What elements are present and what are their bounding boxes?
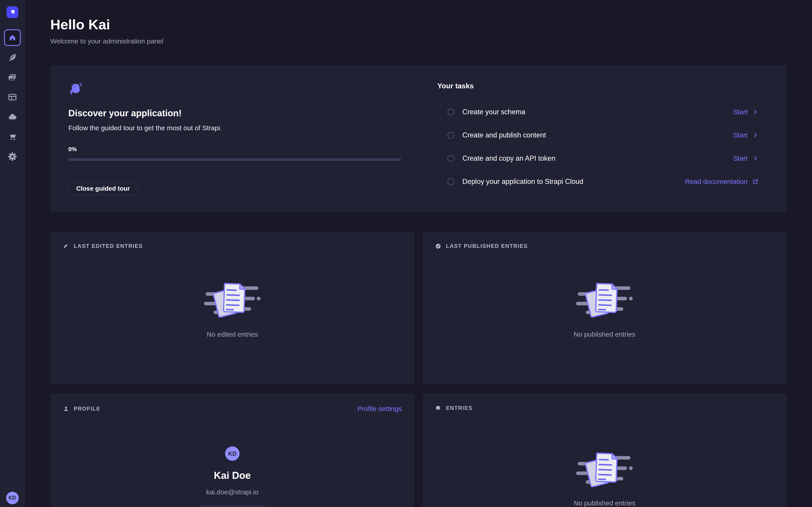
guided-tour-pane: Discover your application! Follow the gu… xyxy=(50,65,419,213)
widget-title: LAST EDITED ENTRIES xyxy=(74,243,143,249)
progress-bar xyxy=(68,158,401,161)
profile-settings-link[interactable]: Profile settings xyxy=(357,405,402,412)
person-icon xyxy=(63,406,69,412)
tasks-pane: Your tasks Create your schema Start xyxy=(419,65,786,213)
task-action-label: Start xyxy=(733,131,748,139)
widget-header: ENTRIES xyxy=(422,394,786,411)
sidebar-item-content-manager[interactable] xyxy=(0,48,25,67)
widget-body: No published entries xyxy=(422,249,786,338)
task-label: Create and copy an API token xyxy=(462,154,555,163)
sidebar-item-content-type-builder[interactable] xyxy=(0,87,25,107)
pencil-icon xyxy=(63,243,69,249)
widget-body: No edited entries xyxy=(50,249,414,338)
task-row-deploy-cloud[interactable]: Deploy your application to Strapi Cloud … xyxy=(438,170,768,193)
widget-title: PROFILE xyxy=(74,406,100,412)
sidebar-item-settings[interactable] xyxy=(0,147,25,167)
empty-state-text: No published entries xyxy=(573,499,636,507)
main-content: Hello Kai Welcome to your administration… xyxy=(25,0,812,507)
widgets-row-2: PROFILE Profile settings KD Kai Doe kai.… xyxy=(50,394,786,507)
sidebar-nav xyxy=(0,28,25,167)
home-icon xyxy=(8,34,16,42)
tasks-title: Your tasks xyxy=(437,82,768,90)
active-nav-highlight xyxy=(4,29,21,46)
guided-tour-description: Follow the guided tour to get the most o… xyxy=(68,124,401,132)
widget-header: LAST EDITED ENTRIES xyxy=(50,232,414,249)
sidebar-item-deploy[interactable] xyxy=(0,107,25,127)
task-status-circle-icon xyxy=(448,178,454,185)
task-start-link[interactable]: Start xyxy=(733,155,758,162)
user-avatar[interactable]: KD xyxy=(6,492,19,504)
task-label: Create your schema xyxy=(462,108,525,116)
profile-card: PROFILE Profile settings KD Kai Doe kai.… xyxy=(50,394,414,507)
guided-tour-title: Discover your application! xyxy=(68,108,401,118)
last-published-entries-card: LAST PUBLISHED ENTRIES No published entr… xyxy=(422,232,786,384)
check-circle-icon xyxy=(435,243,441,249)
puzzle-icon xyxy=(435,405,441,411)
sidebar-item-home[interactable] xyxy=(0,28,25,48)
layout-icon xyxy=(8,93,17,102)
cloud-icon xyxy=(8,112,17,121)
last-edited-entries-card: LAST EDITED ENTRIES No edited entries xyxy=(50,232,414,384)
close-guided-tour-button[interactable]: Close guided tour xyxy=(68,182,138,195)
profile-name: Kai Doe xyxy=(214,470,251,481)
widget-header: PROFILE Profile settings xyxy=(50,394,414,412)
task-row-api-token[interactable]: Create and copy an API token Start xyxy=(438,147,768,170)
widget-body: No published entries xyxy=(422,411,786,507)
task-status-circle-icon xyxy=(448,155,454,162)
external-link-icon xyxy=(753,179,758,184)
sidebar: KD xyxy=(0,0,25,507)
chevron-right-icon xyxy=(753,109,758,115)
task-status-circle-icon xyxy=(448,132,454,138)
strapi-logo-icon xyxy=(8,8,17,17)
empty-state-text: No edited entries xyxy=(207,331,258,338)
task-start-link[interactable]: Start xyxy=(733,108,758,116)
sidebar-divider xyxy=(0,24,25,25)
task-label: Deploy your application to Strapi Cloud xyxy=(462,178,583,186)
progress-percent-label: 0% xyxy=(68,146,401,153)
widget-body: KD Kai Doe kai.doe@strapi.io xyxy=(50,412,414,507)
chevron-right-icon xyxy=(753,156,758,161)
gear-icon xyxy=(8,152,17,161)
task-action-label: Start xyxy=(733,108,748,116)
task-start-link[interactable]: Start xyxy=(733,131,758,139)
task-status-circle-icon xyxy=(448,109,454,115)
page-subtitle: Welcome to your administration panel xyxy=(50,37,786,46)
profile-role-badge xyxy=(200,505,265,507)
feather-icon xyxy=(8,53,17,62)
empty-documents-illustration xyxy=(204,279,261,321)
profile-email: kai.doe@strapi.io xyxy=(206,488,258,496)
waving-hand-icon xyxy=(68,83,83,95)
strapi-logo-button[interactable] xyxy=(6,6,18,18)
guided-tour-card: Discover your application! Follow the gu… xyxy=(50,65,786,213)
app-root: KD Hello Kai Welcome to your administrat… xyxy=(0,0,812,507)
sidebar-item-marketplace[interactable] xyxy=(0,127,25,147)
empty-state-text: No published entries xyxy=(573,331,636,338)
read-documentation-link[interactable]: Read documentation xyxy=(685,178,758,185)
empty-documents-illustration xyxy=(576,279,633,321)
widget-title: ENTRIES xyxy=(446,405,472,411)
cart-icon xyxy=(8,132,17,141)
sidebar-footer: KD xyxy=(0,489,25,507)
profile-avatar: KD xyxy=(225,446,240,461)
task-row-publish-content[interactable]: Create and publish content Start xyxy=(438,123,768,147)
widget-title: LAST PUBLISHED ENTRIES xyxy=(446,243,528,249)
sidebar-item-media-library[interactable] xyxy=(0,67,25,87)
empty-documents-illustration xyxy=(576,448,633,490)
page-title: Hello Kai xyxy=(50,17,786,33)
task-label: Create and publish content xyxy=(462,131,546,139)
task-action-label: Read documentation xyxy=(685,178,748,185)
task-row-create-schema[interactable]: Create your schema Start xyxy=(438,100,768,123)
widget-header: LAST PUBLISHED ENTRIES xyxy=(422,232,786,249)
chevron-right-icon xyxy=(753,132,758,138)
task-list: Create your schema Start Create and publ… xyxy=(437,100,768,193)
task-action-label: Start xyxy=(733,155,748,162)
entries-card: ENTRIES No published entries xyxy=(422,394,786,507)
widgets-row-1: LAST EDITED ENTRIES No edited entries LA… xyxy=(50,232,786,384)
images-icon xyxy=(8,73,17,82)
